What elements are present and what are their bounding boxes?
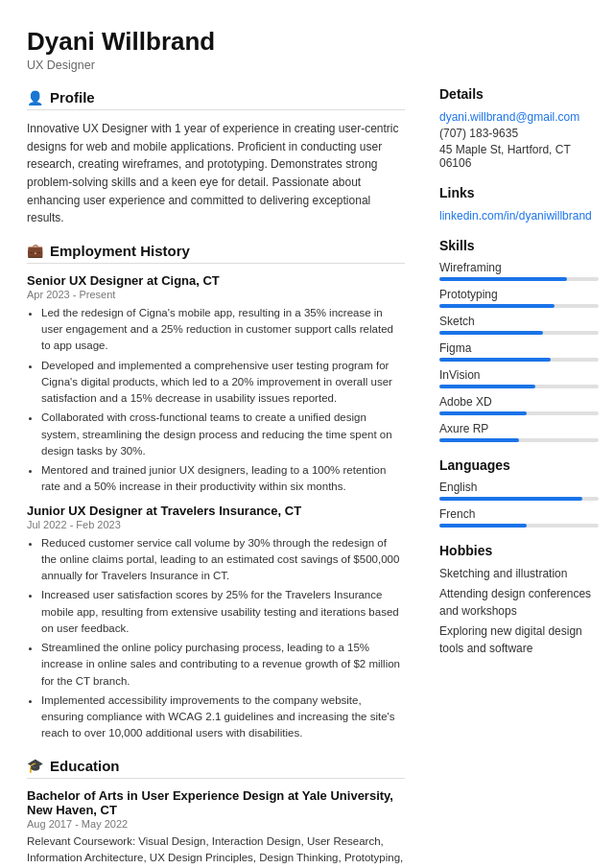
candidate-name: Dyani Willbrand	[27, 27, 405, 57]
skill-bar-fill	[439, 304, 555, 308]
language-bar-fill	[439, 524, 527, 528]
hobby-item: Exploring new digital design tools and s…	[439, 623, 599, 657]
skill-bar-bg	[439, 277, 599, 281]
language-name: English	[439, 481, 599, 494]
hobby-item: Sketching and illustration	[439, 566, 599, 582]
skill-bar-bg	[439, 331, 599, 335]
language-bar-fill	[439, 497, 582, 501]
edu-0-dates: Aug 2017 - May 2022	[27, 818, 405, 830]
languages-heading: Languages	[439, 457, 599, 473]
skill-name: Wireframing	[439, 261, 599, 274]
employment-heading-label: Employment History	[50, 243, 190, 259]
job-1-bullet-1: Increased user satisfaction scores by 25…	[41, 587, 405, 637]
skill-bar-bg	[439, 438, 599, 442]
skill-bar-bg	[439, 411, 599, 415]
job-0-bullet-3: Mentored and trained junior UX designers…	[41, 462, 405, 496]
language-bar-bg	[439, 524, 599, 528]
job-1-bullets: Reduced customer service call volume by …	[27, 535, 405, 742]
language-item: French	[439, 507, 599, 528]
job-0-dates: Apr 2023 - Present	[27, 289, 405, 300]
job-1-bullet-0: Reduced customer service call volume by …	[41, 535, 405, 585]
skill-item: Adobe XD	[439, 395, 599, 415]
skill-item: Axure RP	[439, 422, 599, 442]
job-0-bullet-1: Developed and implemented a comprehensiv…	[41, 358, 405, 408]
skill-item: Wireframing	[439, 261, 599, 281]
candidate-title: UX Designer	[27, 59, 405, 72]
edu-0-text: Relevant Coursework: Visual Design, Inte…	[27, 833, 405, 869]
job-1-title: Junior UX Designer at Travelers Insuranc…	[27, 504, 405, 518]
details-heading: Details	[439, 86, 599, 102]
employment-icon: 💼	[27, 243, 43, 258]
skill-name: Sketch	[439, 315, 599, 328]
profile-heading-label: Profile	[50, 89, 95, 106]
skill-item: Prototyping	[439, 288, 599, 308]
hobby-item: Attending design conferences and worksho…	[439, 586, 599, 620]
job-0-bullet-0: Led the redesign of Cigna's mobile app, …	[41, 305, 405, 355]
language-bar-bg	[439, 497, 599, 501]
job-1-dates: Jul 2022 - Feb 2023	[27, 519, 405, 530]
language-item: English	[439, 481, 599, 501]
job-0-bullet-2: Collaborated with cross-functional teams…	[41, 410, 405, 459]
edu-0-title: Bachelor of Arts in User Experience Desi…	[27, 788, 405, 817]
job-0-title: Senior UX Designer at Cigna, CT	[27, 273, 405, 288]
education-heading-label: Education	[50, 758, 120, 774]
education-icon: 🎓	[27, 758, 43, 773]
skill-bar-fill	[439, 358, 551, 362]
hobbies-container: Sketching and illustrationAttending desi…	[439, 566, 599, 657]
job-0-bullets: Led the redesign of Cigna's mobile app, …	[27, 305, 405, 496]
email-link[interactable]: dyani.willbrand@gmail.com	[439, 110, 579, 124]
address: 45 Maple St, Hartford, CT 06106	[439, 143, 599, 170]
skill-bar-bg	[439, 385, 599, 388]
phone-number: (707) 183-9635	[439, 127, 599, 140]
job-0: Senior UX Designer at Cigna, CT Apr 2023…	[27, 273, 405, 496]
hobbies-heading: Hobbies	[439, 543, 599, 558]
job-1: Junior UX Designer at Travelers Insuranc…	[27, 504, 405, 742]
employment-section-heading: 💼 Employment History	[27, 243, 405, 264]
skill-name: Adobe XD	[439, 395, 599, 409]
profile-section-heading: 👤 Profile	[27, 89, 405, 110]
profile-icon: 👤	[27, 90, 43, 106]
links-heading: Links	[439, 185, 599, 200]
resume-wrapper: Dyani Willbrand UX Designer 👤 Profile In…	[0, 0, 614, 868]
skill-bar-fill	[439, 277, 567, 281]
skill-name: InVision	[439, 368, 599, 382]
skill-item: InVision	[439, 368, 599, 388]
skill-bar-fill	[439, 411, 527, 415]
skills-heading: Skills	[439, 238, 599, 253]
linkedin-link[interactable]: linkedin.com/in/dyaniwillbrand	[439, 209, 592, 223]
languages-container: English French	[439, 481, 599, 528]
skills-container: Wireframing Prototyping Sketch Figma InV…	[439, 261, 599, 442]
right-column: Details dyani.willbrand@gmail.com (707) …	[424, 0, 614, 868]
skill-bar-fill	[439, 438, 519, 442]
skill-name: Prototyping	[439, 288, 599, 301]
skill-item: Figma	[439, 341, 599, 362]
profile-text: Innovative UX Designer with 1 year of ex…	[27, 120, 405, 227]
edu-0: Bachelor of Arts in User Experience Desi…	[27, 788, 405, 869]
skill-bar-fill	[439, 385, 535, 388]
skill-bar-bg	[439, 358, 599, 362]
skill-name: Axure RP	[439, 422, 599, 435]
job-1-bullet-2: Streamlined the online policy purchasing…	[41, 640, 405, 690]
education-section-heading: 🎓 Education	[27, 758, 405, 779]
language-name: French	[439, 507, 599, 521]
skill-name: Figma	[439, 341, 599, 355]
skill-bar-fill	[439, 331, 543, 335]
skill-item: Sketch	[439, 315, 599, 335]
job-1-bullet-3: Implemented accessibility improvements t…	[41, 692, 405, 742]
skill-bar-bg	[439, 304, 599, 308]
left-column: Dyani Willbrand UX Designer 👤 Profile In…	[0, 0, 424, 868]
